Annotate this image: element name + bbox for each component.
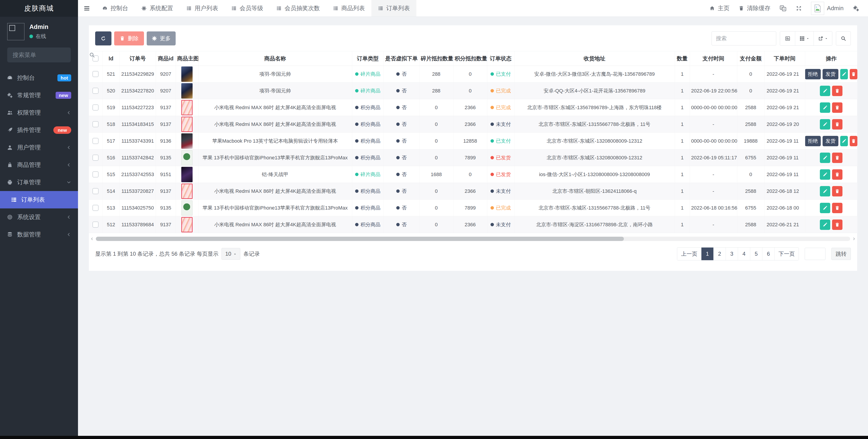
delete-button[interactable] (850, 69, 857, 80)
user-menu[interactable]: Admin (811, 2, 844, 15)
sidebar-item[interactable]: 控制台hot (0, 69, 78, 87)
scrollbar-track[interactable] (96, 237, 850, 241)
row-checkbox[interactable] (92, 205, 98, 211)
edit-button[interactable] (840, 136, 848, 146)
home-label: 主页 (718, 4, 730, 12)
row-checkbox[interactable] (92, 121, 98, 127)
fullscreen-button[interactable] (796, 5, 802, 11)
next-page-button[interactable]: 下一页 (774, 248, 799, 260)
delete-button[interactable] (832, 119, 842, 129)
edit-button[interactable] (820, 102, 830, 113)
column-header-id[interactable]: Id (102, 51, 120, 66)
sidebar-item[interactable]: 权限管理 (0, 104, 78, 121)
edit-button[interactable] (820, 119, 830, 129)
reject-button[interactable]: 拒绝 (805, 69, 821, 80)
column-header-amount[interactable]: 支付金额 (737, 51, 764, 66)
page-size-dropdown[interactable]: 10 (221, 248, 240, 260)
sidebar-item[interactable]: 系统设置 (0, 209, 78, 226)
row-checkbox[interactable] (92, 171, 98, 178)
page-button[interactable]: 6 (762, 248, 774, 260)
scrollbar-thumb[interactable] (96, 237, 624, 241)
column-header-product_id[interactable]: 商品id (156, 51, 176, 66)
page-button[interactable]: 4 (738, 248, 750, 260)
refresh-button[interactable] (95, 31, 112, 45)
column-header-ops[interactable]: 操作 (805, 51, 857, 66)
edit-button[interactable] (820, 86, 830, 96)
navbar-tab[interactable]: 订单列表 (371, 0, 416, 17)
more-button[interactable]: 更多 (147, 31, 176, 45)
column-header-status[interactable]: 订单状态 (487, 51, 514, 66)
delete-button[interactable]: 删除 (114, 31, 144, 45)
ship-button[interactable]: 发货 (823, 69, 838, 80)
advanced-search-button[interactable] (836, 31, 851, 45)
sidebar-item[interactable]: 常规管理new (0, 87, 78, 104)
sidebar-avatar[interactable] (7, 23, 24, 40)
edit-button[interactable] (820, 169, 830, 180)
sidebar-item[interactable]: 数据管理 (0, 226, 78, 243)
scroll-right-arrow-icon[interactable] (852, 237, 856, 241)
row-checkbox[interactable] (92, 188, 98, 194)
table-search-input[interactable] (712, 31, 776, 45)
sidebar-search-input[interactable] (12, 51, 89, 59)
sidebar-toggle-button[interactable] (78, 0, 96, 17)
sidebar-item[interactable]: 用户管理 (0, 139, 78, 156)
prev-page-button[interactable]: 上一页 (677, 248, 701, 260)
column-header-pay_time[interactable]: 支付时间 (690, 51, 737, 66)
sidebar-item[interactable]: 订单管理 (0, 174, 78, 191)
delete-button[interactable] (832, 153, 842, 163)
row-checkbox[interactable] (92, 222, 98, 228)
export-button[interactable] (813, 31, 832, 45)
row-checkbox[interactable] (92, 71, 98, 77)
columns-button[interactable] (795, 31, 813, 45)
edit-button[interactable] (820, 220, 830, 230)
scroll-left-arrow-icon[interactable] (90, 237, 94, 241)
page-button[interactable]: 3 (725, 248, 738, 260)
delete-button[interactable] (832, 186, 842, 196)
column-header-name[interactable]: 商品名称 (198, 51, 352, 66)
column-header-points[interactable]: 积分抵扣数量 (453, 51, 487, 66)
delete-button[interactable] (850, 136, 857, 146)
navbar-tab[interactable]: 控制台 (96, 0, 135, 17)
ship-button[interactable]: 发货 (823, 136, 838, 146)
clear-cache-button[interactable]: 清除缓存 (739, 4, 770, 12)
delete-button[interactable] (832, 220, 842, 230)
edit-button[interactable] (820, 186, 830, 196)
delete-button[interactable] (832, 102, 842, 113)
navbar-tab[interactable]: 会员抽奖次数 (270, 0, 327, 17)
navbar-tab[interactable]: 系统配置 (135, 0, 180, 17)
delete-button[interactable] (832, 86, 842, 96)
edit-button[interactable] (840, 69, 848, 80)
jump-page-input[interactable] (805, 248, 826, 260)
reject-button[interactable]: 拒绝 (805, 136, 821, 146)
home-link[interactable]: 主页 (709, 4, 730, 12)
column-header-address[interactable]: 收货地址 (514, 51, 675, 66)
row-checkbox[interactable] (92, 104, 98, 111)
settings-button[interactable] (852, 5, 860, 12)
navbar-tab[interactable]: 商品列表 (327, 0, 371, 17)
column-header-thumb[interactable]: 商品主图 (176, 51, 198, 66)
sidebar-item[interactable]: 订单列表 (0, 191, 78, 209)
detail-view-button[interactable] (780, 31, 795, 45)
page-button[interactable]: 5 (750, 248, 762, 260)
column-header-virtual[interactable]: 是否虚拟下单 (383, 51, 419, 66)
sidebar-item[interactable]: 插件管理new (0, 121, 78, 139)
column-header-type[interactable]: 订单类型 (352, 51, 383, 66)
language-button[interactable] (779, 5, 786, 12)
sidebar-item[interactable]: 商品管理 (0, 156, 78, 174)
row-checkbox[interactable] (92, 138, 98, 144)
delete-button[interactable] (832, 169, 842, 180)
navbar-tab[interactable]: 会员等级 (225, 0, 270, 17)
row-checkbox[interactable] (92, 88, 98, 94)
page-button[interactable]: 2 (713, 248, 725, 260)
navbar-tab[interactable]: 用户列表 (180, 0, 225, 17)
edit-button[interactable] (820, 203, 830, 213)
jump-button[interactable]: 跳转 (831, 248, 851, 260)
column-header-order_no[interactable]: 订单号 (120, 51, 156, 66)
page-button[interactable]: 1 (701, 248, 713, 260)
delete-button[interactable] (832, 203, 842, 213)
column-header-frag[interactable]: 碎片抵扣数量 (419, 51, 453, 66)
edit-button[interactable] (820, 153, 830, 163)
column-header-order_time[interactable]: 下单时间 (764, 51, 805, 66)
column-header-qty[interactable]: 数量 (675, 51, 690, 66)
row-checkbox[interactable] (92, 155, 98, 161)
